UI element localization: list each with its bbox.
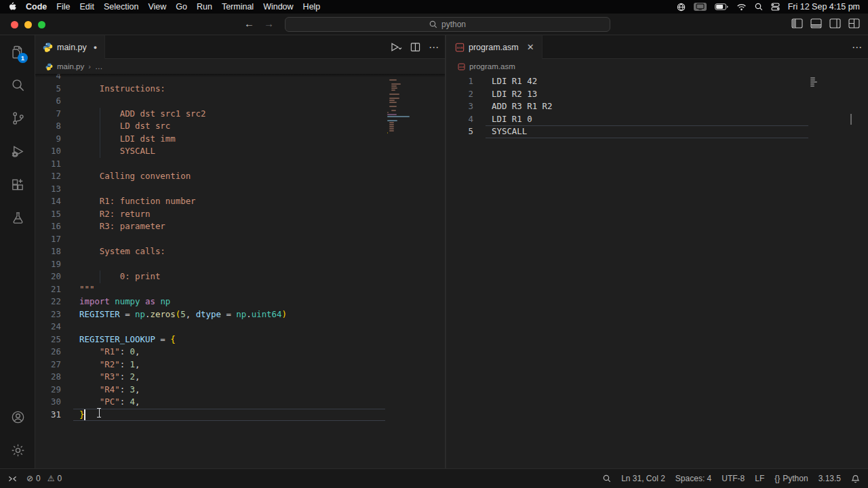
indentation-setting[interactable]: Spaces: 4 [675,474,711,483]
menu-terminal[interactable]: Terminal [222,2,254,12]
code-line[interactable]: 17 [35,233,445,246]
code-line[interactable]: 28 "R3": 2, [35,371,445,384]
wifi-icon[interactable] [736,3,747,11]
go-forward-button[interactable]: → [264,18,274,29]
code-line[interactable]: 25REGISTER_LOOKUP = { [35,333,445,346]
settings-button[interactable] [0,434,35,467]
menu-window[interactable]: Window [263,2,293,12]
breadcrumb-file[interactable]: main.py [57,62,84,70]
code-line[interactable]: 22import numpy as np [35,296,445,308]
code-line[interactable]: 30 "PC": 4, [35,396,445,409]
minimap-line [389,122,393,123]
search-status-icon[interactable] [603,474,611,483]
menu-go[interactable]: Go [176,2,187,12]
sidebar-item-run-debug[interactable] [0,135,35,168]
minimap-1[interactable] [810,77,859,87]
code-line[interactable]: 29 "R4": 3, [35,384,445,396]
more-actions-icon[interactable]: ⋯ [429,41,439,54]
breadcrumb-symbol[interactable]: … [95,62,103,70]
split-editor-icon[interactable] [410,42,420,52]
menu-clock[interactable]: Fri 12 Sep 4:15 pm [788,2,860,12]
editor-left-viewport[interactable]: 45 Instructions:67 ADD dst src1 src28 LD… [35,74,445,468]
eol-setting[interactable]: LF [755,474,764,483]
menu-app[interactable]: Code [26,2,47,12]
menu-run[interactable]: Run [197,2,212,12]
remote-indicator[interactable] [8,474,17,483]
minimap-0[interactable] [387,77,435,134]
sidebar-item-source-control[interactable] [0,102,35,135]
code-line[interactable]: 14 R1: function number [35,195,445,208]
line-text: REGISTER = np.zeros(5, dtype = np.uint64… [61,308,287,321]
code-line[interactable]: 23REGISTER = np.zeros(5, dtype = np.uint… [35,308,445,321]
go-back-button[interactable]: ← [244,18,254,29]
customize-layout-icon[interactable] [848,18,860,28]
control-center-icon[interactable] [771,3,780,11]
minimize-window-button[interactable] [24,21,32,28]
sidebar-item-explorer[interactable]: 1 [0,35,35,68]
display-mirroring-icon[interactable] [694,3,707,11]
code-line[interactable]: 13 [35,183,445,196]
command-center-search[interactable]: python [285,17,610,32]
code-line[interactable]: 3ADD R3 R1 R2 [448,100,868,113]
code-line[interactable]: 21""" [35,283,445,296]
code-line[interactable]: 4 [35,74,445,83]
zoom-window-button[interactable] [38,21,45,28]
code-line[interactable]: 16 R3: parameter [35,220,445,233]
close-window-button[interactable] [11,21,18,28]
sidebar-item-extensions[interactable] [0,168,35,201]
spotlight-icon[interactable] [755,3,763,11]
code-line[interactable]: 6 [35,95,445,108]
battery-icon[interactable] [715,3,728,10]
unsaved-changes-dot[interactable]: ● [94,44,97,51]
code-line[interactable]: 20 0: print [35,270,445,283]
notifications-bell-icon[interactable] [851,474,860,483]
code-line[interactable]: 1LDI R1 42 [448,75,868,88]
code-line[interactable]: 12 Calling convention [35,170,445,183]
sidebar-item-testing[interactable] [0,201,35,235]
code-line[interactable]: 5SYSCALL [448,125,868,138]
problems-indicator[interactable]: ⊘ 0 ⚠ 0 [26,474,62,483]
breadcrumb-file[interactable]: program.asm [469,62,515,70]
run-python-file-button[interactable] [390,42,402,52]
menu-view[interactable]: View [148,2,166,12]
toggle-primary-sidebar-icon[interactable] [791,18,803,28]
code-token: R3: parameter [79,221,165,231]
menu-edit[interactable]: Edit [79,2,94,12]
editor-right-viewport[interactable]: 1LDI R1 422LDI R2 133ADD R3 R1 R24LDI R1… [448,74,868,468]
input-source-icon[interactable] [677,3,686,12]
menu-file[interactable]: File [56,2,70,12]
menu-help[interactable]: Help [303,2,321,12]
code-token: SYSCALL [79,146,155,156]
close-tab-icon[interactable]: ✕ [527,42,534,52]
code-line[interactable]: 24 [35,321,445,333]
code-line[interactable]: 5 Instructions: [35,83,445,96]
language-mode[interactable]: {} Python [774,474,808,483]
code-line[interactable]: 9 LDI dst imm [35,133,445,146]
code-line[interactable]: 26 "R1": 0, [35,346,445,359]
apple-logo-icon[interactable] [8,2,16,12]
code-line[interactable]: 31} [35,409,445,422]
code-line[interactable]: 10 SYSCALL [35,145,445,158]
code-line[interactable]: 18 System calls: [35,245,445,258]
breadcrumb-left[interactable]: main.py › … [35,59,445,74]
code-line[interactable]: 15 R2: return [35,208,445,221]
code-line[interactable]: 27 "R2": 1, [35,359,445,371]
encoding-setting[interactable]: UTF-8 [722,474,745,483]
account-button[interactable] [0,401,35,434]
code-line[interactable]: 7 ADD dst src1 src2 [35,108,445,121]
cursor-position[interactable]: Ln 31, Col 2 [621,474,665,483]
toggle-secondary-sidebar-icon[interactable] [829,18,841,28]
code-line[interactable]: 8 LD dst src [35,120,445,133]
code-line[interactable]: 2LDI R2 13 [448,88,868,101]
code-line[interactable]: 19 [35,258,445,271]
more-actions-icon[interactable]: ⋯ [852,41,863,54]
tab-main-py[interactable]: main.py ● [35,35,105,59]
sidebar-item-search[interactable] [0,68,35,102]
tab-program-asm[interactable]: asm program.asm ✕ [448,35,542,59]
python-interpreter[interactable]: 3.13.5 [818,474,841,483]
code-line[interactable]: 4LDI R1 0 [448,113,868,126]
code-line[interactable]: 11 [35,158,445,171]
toggle-panel-icon[interactable] [810,18,822,28]
menu-selection[interactable]: Selection [104,2,138,12]
breadcrumb-right[interactable]: asm program.asm [448,59,868,74]
